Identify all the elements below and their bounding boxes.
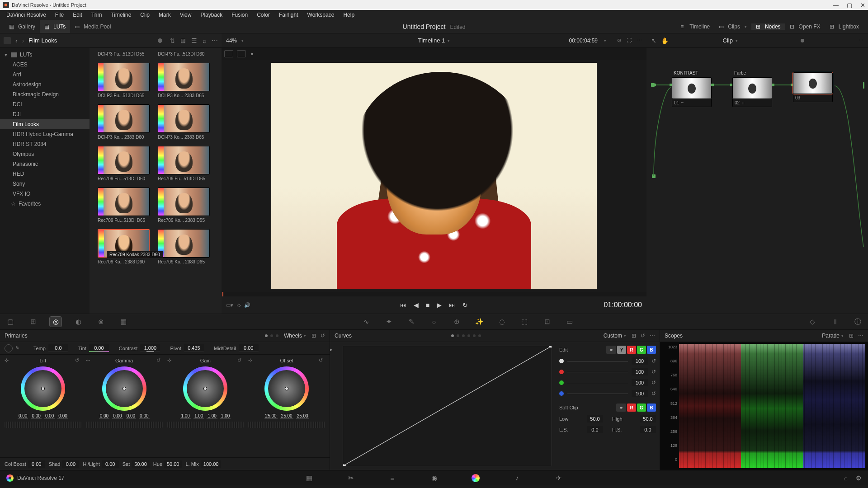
rgb-mixer-icon[interactable]: ⊗ <box>95 317 107 327</box>
lut-thumb[interactable]: DCI-P3 Ko... 2383 D65 <box>158 104 210 140</box>
hue-field[interactable]: 50.00 <box>164 460 182 468</box>
lut-thumb[interactable]: Rec709 Fu...513DI D65 <box>158 146 210 181</box>
play-button[interactable]: ▶ <box>437 301 442 309</box>
zoom-level[interactable]: 44% <box>226 38 237 44</box>
pointer-icon[interactable]: ↖ <box>651 37 656 44</box>
hdr-icon[interactable]: ◐ <box>72 317 84 327</box>
openfx-button[interactable]: ⊡Open FX <box>785 23 825 30</box>
offset-wheel[interactable] <box>264 366 309 411</box>
options-icon[interactable]: ⋯ <box>212 37 218 44</box>
menu-item[interactable]: View <box>175 10 196 20</box>
unmix-icon[interactable]: ◇ <box>237 302 241 308</box>
step-back-button[interactable]: ◀ <box>414 301 419 309</box>
intensity-b[interactable]: 100 <box>632 390 648 397</box>
image-wipe-icon[interactable] <box>224 50 233 57</box>
motion-icon[interactable]: ▦ <box>118 317 129 327</box>
bypass-icon[interactable]: ⊘ <box>617 38 621 43</box>
lightbox-button[interactable]: ⊞Lightbox <box>825 23 863 30</box>
lut-tree-root[interactable]: ▾LUTs <box>0 50 90 60</box>
reset-icon[interactable]: ↺ <box>651 390 656 397</box>
playhead-icon[interactable] <box>222 292 223 296</box>
deliver-page-icon[interactable]: ✈ <box>554 473 564 483</box>
reset-icon[interactable]: ↺ <box>651 369 656 375</box>
nav-forward-icon[interactable]: › <box>22 37 24 44</box>
panel-menu-icon[interactable] <box>4 37 11 44</box>
maximize-button[interactable]: ▢ <box>847 2 852 9</box>
clips-button[interactable]: ▭Clips▾ <box>714 23 751 30</box>
node-graph-canvas[interactable]: KONTRAST 01~ Farbe 02iii 03 <box>646 48 868 314</box>
histogram-toggle-icon[interactable]: ▸ <box>330 347 333 352</box>
lut-thumb[interactable]: Rec709 Ko... 2383 D55 <box>158 188 210 223</box>
scopes-icon[interactable]: ⫴ <box>829 317 841 327</box>
nav-back-icon[interactable]: ‹ <box>15 37 18 44</box>
preview-toggle[interactable] <box>158 38 162 43</box>
scopes-mode-dropdown[interactable]: Parade▾ <box>822 333 844 339</box>
auto-balance-icon[interactable] <box>5 344 13 352</box>
color-match-icon[interactable]: ⊞ <box>27 317 39 327</box>
reset-icon[interactable]: ↺ <box>651 380 656 386</box>
lut-thumb[interactable]: DCI-P3 Fu...513DI D65 <box>98 63 150 98</box>
luts-button[interactable]: ▤LUTs <box>40 20 70 33</box>
stop-button[interactable]: ■ <box>426 301 429 309</box>
gain-jog[interactable] <box>167 422 244 428</box>
grid-view-icon[interactable]: ⊞ <box>180 37 186 44</box>
next-clip-button[interactable]: ⏭ <box>449 301 455 309</box>
color-page-icon[interactable] <box>471 473 481 483</box>
close-button[interactable]: ✕ <box>860 2 865 9</box>
window-icon[interactable]: ○ <box>428 317 440 327</box>
menu-item[interactable]: Timeline <box>106 10 136 20</box>
channel-r[interactable]: R <box>627 346 636 354</box>
menu-item[interactable]: Edit <box>68 10 87 20</box>
softclip-g[interactable]: G <box>637 404 646 412</box>
options-icon[interactable]: ⋯ <box>650 333 655 339</box>
lut-thumb[interactable]: Rec709 Ko... 2383 D60 <box>98 229 150 264</box>
node-item[interactable]: 03 <box>793 70 833 102</box>
softclip-b[interactable]: B <box>647 404 656 412</box>
expand-icon[interactable]: ⛶ <box>627 38 632 43</box>
sat-field[interactable]: 50.00 <box>132 460 150 468</box>
blur-icon[interactable]: ◌ <box>496 317 508 327</box>
viewer-scrubber[interactable] <box>222 292 646 296</box>
lut-tree-node[interactable]: HDR ST 2084 <box>0 139 90 149</box>
picker-icon[interactable]: ✎ <box>15 345 24 352</box>
softclip-high[interactable]: 50.0 <box>640 415 656 422</box>
gain-wheel[interactable] <box>183 366 227 411</box>
node-item[interactable]: KONTRAST 01~ <box>672 70 712 107</box>
intensity-r[interactable]: 100 <box>632 368 648 375</box>
stereo-3d-icon[interactable]: ▭ <box>564 317 576 327</box>
gamma-wheel[interactable] <box>102 366 146 411</box>
fusion-page-icon[interactable]: ◉ <box>429 473 439 483</box>
lut-thumb[interactable]: Rec709 Fu...513DI D60 <box>98 146 150 181</box>
softclip-r[interactable]: R <box>627 404 636 412</box>
reset-icon[interactable]: ↺ <box>641 333 645 339</box>
menu-item[interactable]: File <box>51 10 68 20</box>
menu-item[interactable]: Help <box>339 10 359 20</box>
lut-tree-node[interactable]: HDR Hybrid Log-Gamma <box>0 129 90 139</box>
yrgb-icon[interactable]: ⊹ <box>5 357 11 364</box>
lut-tree-node[interactable]: Film Looks <box>0 119 90 129</box>
lmix-field[interactable]: 100.00 <box>201 460 222 468</box>
options-icon[interactable]: ⋯ <box>859 38 863 43</box>
middetail-field[interactable]: 0.00 <box>239 344 259 352</box>
lut-thumb[interactable]: DCI-P3 Ko... 2383 D60 <box>98 104 150 140</box>
link-channels-icon[interactable]: ⚭ <box>606 346 616 354</box>
prev-clip-button[interactable]: ⏮ <box>400 301 406 309</box>
viewer-canvas[interactable] <box>222 60 646 292</box>
intensity-g[interactable]: 100 <box>632 379 648 386</box>
yrgb-icon[interactable]: ⊹ <box>167 357 174 364</box>
lift-wheel[interactable] <box>21 366 65 411</box>
media-page-icon[interactable]: ▦ <box>304 473 314 483</box>
highlight-icon[interactable]: ✦ <box>250 51 255 57</box>
contrast-field[interactable]: 1.000 <box>140 344 160 352</box>
curves-mode-dropdown[interactable]: Custom▾ <box>604 333 626 339</box>
record-timecode[interactable]: 01:00:00:00 <box>604 301 642 309</box>
lut-tree-node[interactable]: DCI <box>0 99 90 109</box>
menu-item[interactable]: Clip <box>136 10 154 20</box>
lut-tree-node[interactable]: Panasonic <box>0 159 90 169</box>
lut-tree-node[interactable]: Olympus <box>0 149 90 159</box>
softclip-hs[interactable]: 0.0 <box>640 426 656 433</box>
softclip-ls[interactable]: 0.0 <box>587 426 603 433</box>
channel-g[interactable]: G <box>637 346 646 354</box>
offset-jog[interactable] <box>248 422 325 428</box>
expand-icon[interactable]: ⊞ <box>311 333 316 339</box>
